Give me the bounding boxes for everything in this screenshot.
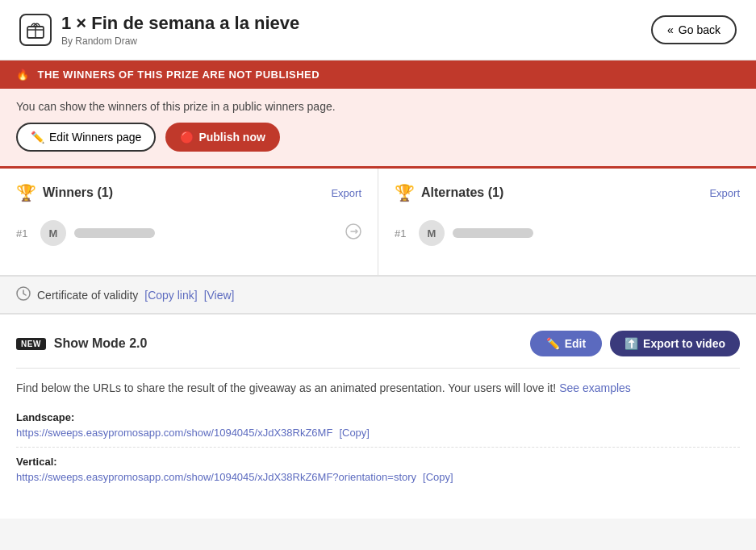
alternates-title-group: 🏆 Alternates (1) — [395, 183, 503, 202]
prize-icon — [19, 14, 52, 46]
alternates-panel-header: 🏆 Alternates (1) Export — [395, 183, 740, 202]
alert-sub-section: You can show the winners of this prize i… — [0, 89, 756, 169]
go-back-button[interactable]: « Go back — [651, 15, 737, 44]
certificate-label: Certificate of validity — [37, 289, 138, 302]
winner-number: #1 — [16, 227, 32, 240]
winner-action-icon[interactable] — [345, 223, 361, 244]
alternate-name-blurred — [453, 228, 533, 238]
header-left: 1 × Fin de semana a la nieve By Random D… — [19, 13, 299, 47]
certificate-view-link[interactable]: [View] — [204, 289, 235, 302]
vertical-url-group: Vertical: https://sweeps.easypromosapp.c… — [16, 456, 740, 491]
show-mode-edit-button[interactable]: ✏️ Edit — [530, 331, 602, 356]
alert-banner-text: THE WINNERS OF THIS PRIZE ARE NOT PUBLIS… — [38, 69, 320, 81]
export-video-icon: ⬆️ — [624, 337, 638, 350]
trophy-icon: 🏆 — [16, 183, 36, 202]
edit-button-label: Edit — [565, 337, 586, 350]
go-back-chevron-icon: « — [667, 23, 674, 36]
vertical-url-link[interactable]: https://sweeps.easypromosapp.com/show/10… — [16, 471, 416, 483]
alternate-avatar: M — [419, 220, 445, 246]
show-mode-desc-text: Find below the URLs to share the result … — [16, 381, 556, 394]
landscape-url-group: Landscape: https://sweeps.easypromosapp.… — [16, 411, 740, 448]
alternates-title: Alternates (1) — [421, 185, 503, 200]
alert-description: You can show the winners of this prize i… — [16, 100, 740, 113]
winners-export-link[interactable]: Export — [331, 187, 361, 199]
winners-title-group: 🏆 Winners (1) — [16, 183, 113, 202]
landscape-url-link[interactable]: https://sweeps.easypromosapp.com/show/10… — [16, 427, 332, 439]
certificate-icon — [16, 286, 31, 303]
alternates-export-link[interactable]: Export — [709, 187, 740, 199]
show-mode-description: Find below the URLs to share the result … — [16, 380, 740, 397]
go-back-label: Go back — [679, 23, 720, 36]
export-video-button[interactable]: ⬆️ Export to video — [610, 331, 740, 356]
show-mode-title: Show Mode 2.0 — [54, 336, 148, 351]
page-header: 1 × Fin de semana a la nieve By Random D… — [0, 0, 756, 60]
new-badge: NEW — [16, 338, 46, 350]
show-mode-actions: ✏️ Edit ⬆️ Export to video — [530, 331, 740, 356]
edit-pencil-icon: ✏️ — [546, 337, 560, 350]
export-video-label: Export to video — [643, 337, 725, 350]
winners-title: Winners (1) — [43, 185, 113, 200]
alert-banner: 🔥 THE WINNERS OF THIS PRIZE ARE NOT PUBL… — [0, 60, 756, 89]
alternates-panel: 🏆 Alternates (1) Export #1 M — [378, 169, 756, 275]
certificate-section: Certificate of validity [Copy link] [Vie… — [0, 277, 756, 314]
page-title: 1 × Fin de semana a la nieve — [61, 13, 299, 34]
alt-trophy-icon: 🏆 — [395, 183, 415, 202]
landscape-url-row: https://sweeps.easypromosapp.com/show/10… — [16, 427, 740, 439]
landscape-label: Landscape: — [16, 411, 740, 423]
alert-actions: ✏️ Edit Winners page 🔴 Publish now — [16, 123, 740, 152]
edit-icon: ✏️ — [31, 131, 44, 144]
publish-icon: 🔴 — [180, 131, 194, 144]
publish-now-label: Publish now — [198, 131, 265, 144]
publish-now-button[interactable]: 🔴 Publish now — [165, 123, 279, 152]
header-title-group: 1 × Fin de semana a la nieve By Random D… — [61, 13, 299, 47]
winners-panel-header: 🏆 Winners (1) Export — [16, 183, 361, 202]
edit-winners-button[interactable]: ✏️ Edit Winners page — [16, 123, 156, 152]
winner-row: #1 M — [16, 215, 361, 251]
show-mode-section: NEW Show Mode 2.0 ✏️ Edit ⬆️ Export to v… — [0, 315, 756, 519]
winner-avatar: M — [40, 220, 66, 246]
show-mode-header: NEW Show Mode 2.0 ✏️ Edit ⬆️ Export to v… — [16, 331, 740, 369]
vertical-copy-button[interactable]: [Copy] — [423, 471, 453, 483]
alert-fire-icon: 🔥 — [16, 69, 30, 81]
winners-section: 🏆 Winners (1) Export #1 M 🏆 Alternates (… — [0, 169, 756, 276]
vertical-label: Vertical: — [16, 456, 740, 468]
landscape-copy-button[interactable]: [Copy] — [339, 427, 370, 439]
show-mode-title-group: NEW Show Mode 2.0 — [16, 336, 147, 351]
winner-name-blurred — [74, 228, 155, 238]
see-examples-link[interactable]: See examples — [559, 381, 631, 394]
vertical-url-row: https://sweeps.easypromosapp.com/show/10… — [16, 471, 740, 483]
certificate-copy-link[interactable]: [Copy link] — [144, 289, 197, 302]
alternate-number: #1 — [395, 227, 411, 240]
page-subtitle: By Random Draw — [61, 35, 299, 47]
edit-winners-label: Edit Winners page — [49, 131, 141, 144]
alternate-row: #1 M — [395, 215, 740, 251]
winners-panel: 🏆 Winners (1) Export #1 M — [0, 169, 378, 275]
